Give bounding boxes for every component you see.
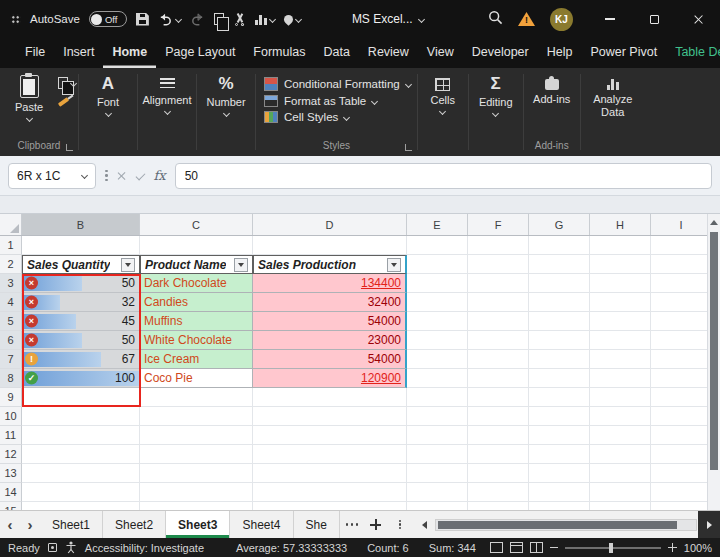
menu-tab-help[interactable]: Help [538,38,582,68]
cell-I1[interactable] [651,236,712,255]
cell-I15[interactable] [651,502,712,510]
cell-H4[interactable] [590,293,651,312]
sheet-tab-sheet4[interactable]: Sheet4 [230,511,293,538]
cell-E5[interactable] [407,312,468,331]
row-header-13[interactable]: 13 [0,464,22,483]
horizontal-scroll-thumb[interactable] [438,521,677,529]
cell-E10[interactable] [407,407,468,426]
cell-F2[interactable] [468,255,529,274]
cell-G13[interactable] [529,464,590,483]
cell-F3[interactable] [468,274,529,293]
cell-E15[interactable] [407,502,468,510]
cell-I6[interactable] [651,331,712,350]
row-header-5[interactable]: 5 [0,312,22,331]
row-header-8[interactable]: 8 [0,369,22,388]
chart-dropdown-icon[interactable] [269,15,276,22]
cell-B2[interactable]: Sales Quantity [22,255,140,274]
cell-B12[interactable] [22,445,140,464]
cell-H12[interactable] [590,445,651,464]
cell-H10[interactable] [590,407,651,426]
cell-H14[interactable] [590,483,651,502]
scroll-right-button[interactable] [698,511,720,538]
save-button[interactable] [136,13,149,26]
cell-C4[interactable]: Candies [140,293,253,312]
cell-I10[interactable] [651,407,712,426]
cell-I3[interactable] [651,274,712,293]
qat-clipboard-button[interactable] [214,13,224,25]
menu-tab-page-layout[interactable]: Page Layout [156,38,244,68]
cell-B4[interactable]: ×32 [22,293,140,312]
column-header-E[interactable]: E [407,214,468,235]
column-header-H[interactable]: H [590,214,651,235]
cell-F1[interactable] [468,236,529,255]
cell-E13[interactable] [407,464,468,483]
horizontal-scroll-track[interactable] [435,519,697,531]
cell-D9[interactable] [253,388,407,407]
title-dropdown-icon[interactable] [418,15,425,22]
menu-tab-data[interactable]: Data [314,38,358,68]
row-header-11[interactable]: 11 [0,426,22,445]
cell-E7[interactable] [407,350,468,369]
cell-E6[interactable] [407,331,468,350]
cell-H6[interactable] [590,331,651,350]
cell-D13[interactable] [253,464,407,483]
warning-icon[interactable]: ! [518,12,535,26]
cell-B3[interactable]: ×50 [22,274,140,293]
cell-I11[interactable] [651,426,712,445]
cell-E1[interactable] [407,236,468,255]
cell-G3[interactable] [529,274,590,293]
cell-E8[interactable] [407,369,468,388]
menu-tab-review[interactable]: Review [359,38,418,68]
cell-C8[interactable]: Coco Pie [140,369,253,388]
menu-tab-file[interactable]: File [16,38,54,68]
cell-F10[interactable] [468,407,529,426]
row-header-4[interactable]: 4 [0,293,22,312]
cell-B11[interactable] [22,426,140,445]
cell-G9[interactable] [529,388,590,407]
name-box[interactable]: 6R x 1C [8,163,96,189]
cell-I13[interactable] [651,464,712,483]
cell-B8[interactable]: ✓100 [22,369,140,388]
row-header-7[interactable]: 7 [0,350,22,369]
cell-G7[interactable] [529,350,590,369]
cell-F14[interactable] [468,483,529,502]
maximize-button[interactable] [632,0,676,38]
filter-dropdown-button[interactable] [121,258,135,272]
more-sheets-button[interactable] [340,511,364,538]
cell-E3[interactable] [407,274,468,293]
cell-G11[interactable] [529,426,590,445]
menu-tab-formulas[interactable]: Formulas [244,38,314,68]
cell-B7[interactable]: !67 [22,350,140,369]
cell-H1[interactable] [590,236,651,255]
menu-tab-insert[interactable]: Insert [54,38,103,68]
cell-D10[interactable] [253,407,407,426]
cell-H8[interactable] [590,369,651,388]
horizontal-scrollbar[interactable] [416,511,720,538]
cell-F6[interactable] [468,331,529,350]
cell-G12[interactable] [529,445,590,464]
cell-I14[interactable] [651,483,712,502]
cell-H7[interactable] [590,350,651,369]
conditional-formatting-button[interactable]: Conditional Formatting [264,77,411,91]
acc​essibility-status[interactable]: Accessibility: Investigate [85,542,204,554]
cell-C2[interactable]: Product Name [140,255,253,274]
cell-I7[interactable] [651,350,712,369]
qat-cut-button[interactable] [233,13,246,26]
zoom-in-button[interactable] [668,543,677,552]
cell-F5[interactable] [468,312,529,331]
cell-D11[interactable] [253,426,407,445]
filter-dropdown-button[interactable] [234,258,248,272]
cell-F4[interactable] [468,293,529,312]
cell-B9[interactable] [22,388,140,407]
cell-C10[interactable] [140,407,253,426]
format-as-table-button[interactable]: Format as Table [264,95,411,107]
cell-C1[interactable] [140,236,253,255]
cell-E11[interactable] [407,426,468,445]
filter-dropdown-button[interactable] [387,258,401,272]
cell-F7[interactable] [468,350,529,369]
cell-G4[interactable] [529,293,590,312]
sheet-tab-sheet1[interactable]: Sheet1 [40,511,103,538]
cell-I5[interactable] [651,312,712,331]
styles-dialog-launcher[interactable] [405,144,412,151]
enter-icon[interactable] [135,171,145,181]
